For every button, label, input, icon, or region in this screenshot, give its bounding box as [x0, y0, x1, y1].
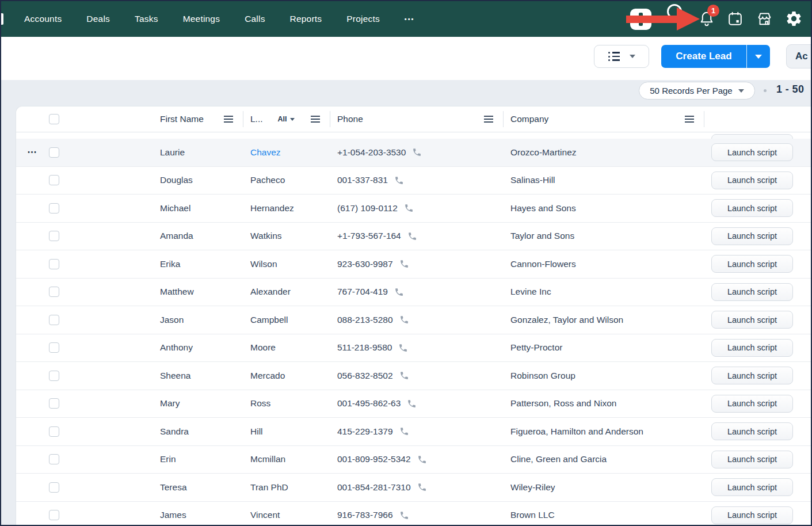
action-cell: Launch script — [711, 395, 811, 413]
phone-cell: 916-783-7966 — [337, 510, 510, 520]
list-view-icon — [608, 52, 620, 61]
phone-icon[interactable] — [399, 371, 409, 380]
action-cell: Launch script — [711, 283, 811, 301]
row-checkbox[interactable] — [49, 259, 59, 269]
row-checkbox[interactable] — [49, 231, 59, 241]
phone-number: 767-704-419 — [337, 287, 388, 297]
header-company[interactable]: Company — [510, 106, 711, 132]
last-name-cell[interactable]: Pacheco — [250, 175, 337, 185]
launch-script-button[interactable]: Launch script — [711, 506, 793, 524]
nav-item-deals[interactable]: Deals — [86, 14, 110, 24]
list-view-selector[interactable] — [594, 45, 649, 68]
nav-item-calls[interactable]: Calls — [245, 14, 265, 24]
row-menu-icon[interactable]: ••• — [16, 149, 49, 155]
last-name-cell[interactable]: Chavez — [250, 147, 337, 158]
create-lead-dropdown-button[interactable] — [747, 45, 770, 68]
last-name-cell[interactable]: Mcmillan — [250, 454, 337, 464]
row-checkbox[interactable] — [49, 426, 59, 437]
row-checkbox[interactable] — [49, 203, 59, 214]
column-menu-icon[interactable] — [224, 116, 233, 123]
row-checkbox[interactable] — [49, 147, 59, 158]
chevron-down-icon — [290, 118, 295, 121]
launch-script-button[interactable]: Launch script — [711, 283, 793, 301]
scroll-clipped-row — [16, 132, 811, 139]
phone-icon[interactable] — [398, 343, 408, 353]
launch-script-button[interactable]: Launch script — [711, 451, 793, 468]
launch-script-button[interactable]: Launch script — [711, 227, 793, 245]
phone-icon[interactable] — [412, 147, 422, 157]
clipped-launch-script-button — [711, 134, 793, 139]
last-name-cell[interactable]: Hernandez — [250, 203, 337, 214]
nav-item-meetings[interactable]: Meetings — [183, 14, 220, 24]
store-icon[interactable] — [756, 10, 773, 27]
first-name-cell: Erika — [160, 259, 250, 269]
column-menu-icon[interactable] — [484, 116, 493, 123]
row-checkbox[interactable] — [49, 287, 59, 297]
launch-script-button[interactable]: Launch script — [711, 255, 793, 273]
row-checkbox[interactable] — [49, 454, 59, 464]
last-name-cell[interactable]: Campbell — [250, 315, 337, 325]
header-phone[interactable]: Phone — [337, 106, 510, 132]
launch-script-button[interactable]: Launch script — [711, 143, 793, 161]
last-name-cell[interactable]: Ross — [250, 398, 337, 409]
phone-icon[interactable] — [417, 482, 427, 492]
row-checkbox[interactable] — [49, 398, 59, 409]
header-last-name[interactable]: L... All — [250, 106, 337, 132]
launch-script-button[interactable]: Launch script — [711, 478, 793, 496]
action-cell: Launch script — [711, 255, 811, 273]
last-name-cell[interactable]: Watkins — [250, 231, 337, 241]
launch-script-button[interactable]: Launch script — [711, 339, 793, 357]
launch-script-button[interactable]: Launch script — [711, 422, 793, 440]
phone-icon[interactable] — [399, 259, 409, 269]
phone-icon[interactable] — [407, 399, 417, 409]
row-checkbox[interactable] — [49, 510, 59, 520]
phone-icon[interactable] — [407, 231, 417, 241]
column-menu-icon[interactable] — [685, 116, 694, 123]
phone-label: Phone — [337, 114, 363, 124]
header-first-name[interactable]: First Name — [160, 106, 250, 132]
last-name-filter-dropdown[interactable]: All — [278, 115, 295, 123]
launch-script-button[interactable]: Launch script — [711, 311, 793, 329]
records-per-page-dropdown[interactable]: 50 Records Per Page — [639, 82, 755, 100]
last-name-cell[interactable]: Mercado — [250, 371, 337, 381]
phone-icon[interactable] — [394, 287, 404, 297]
launch-script-button[interactable]: Launch script — [711, 395, 793, 413]
phone-cell: 511-218-9580 — [337, 342, 510, 353]
launch-script-button[interactable]: Launch script — [711, 367, 793, 384]
actions-button-partial[interactable]: Ac — [786, 44, 812, 68]
nav-item-reports[interactable]: Reports — [290, 14, 322, 24]
create-lead-button[interactable]: Create Lead — [661, 45, 747, 68]
phone-number: 001-495-862-63 — [337, 398, 401, 409]
notification-badge: 1 — [707, 5, 719, 17]
nav-more-icon[interactable]: ••• — [405, 16, 415, 22]
phone-icon[interactable] — [399, 510, 409, 520]
nav-item-accounts[interactable]: Accounts — [24, 14, 62, 24]
last-name-cell[interactable]: Vincent — [250, 510, 337, 520]
row-checkbox[interactable] — [49, 342, 59, 353]
select-all-checkbox[interactable] — [49, 114, 59, 124]
phone-number: 056-832-8502 — [337, 371, 393, 381]
row-checkbox[interactable] — [49, 175, 59, 185]
last-name-cell[interactable]: Alexander — [250, 287, 337, 297]
gear-icon[interactable] — [785, 10, 803, 28]
column-menu-icon[interactable] — [311, 116, 320, 123]
last-name-cell[interactable]: Tran PhD — [250, 482, 337, 493]
nav-item-projects[interactable]: Projects — [346, 14, 380, 24]
last-name-cell[interactable]: Wilson — [250, 259, 337, 269]
launch-script-button[interactable]: Launch script — [711, 171, 793, 189]
phone-icon[interactable] — [399, 426, 409, 436]
company-cell: Wiley-Riley — [510, 482, 711, 493]
last-name-cell[interactable]: Hill — [250, 426, 337, 437]
phone-icon[interactable] — [404, 203, 414, 213]
last-name-cell[interactable]: Moore — [250, 342, 337, 353]
row-checkbox[interactable] — [49, 482, 59, 493]
calendar-icon[interactable] — [727, 10, 744, 27]
row-checkbox[interactable] — [49, 315, 59, 325]
launch-script-button[interactable]: Launch script — [711, 199, 793, 217]
phone-icon[interactable] — [394, 176, 404, 185]
nav-item-tasks[interactable]: Tasks — [135, 14, 158, 24]
phone-icon[interactable] — [417, 455, 427, 464]
phone-icon[interactable] — [399, 315, 409, 325]
nav-items: Accounts Deals Tasks Meetings Calls Repo… — [24, 1, 414, 37]
row-checkbox[interactable] — [49, 371, 59, 381]
